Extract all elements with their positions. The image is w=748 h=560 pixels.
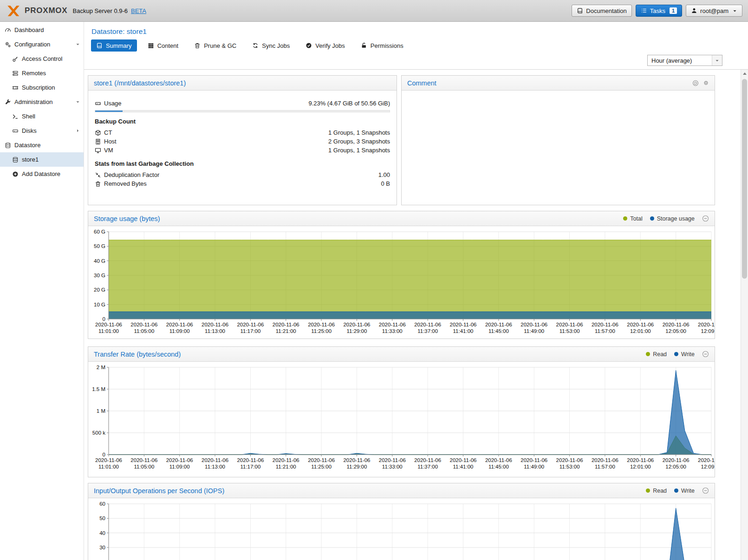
svg-text:2020-11-06: 2020-11-06 (520, 322, 547, 327)
svg-text:11:21:00: 11:21:00 (276, 328, 296, 334)
legend-item-read[interactable]: Read (646, 488, 667, 494)
svg-text:11:41:00: 11:41:00 (453, 328, 474, 334)
sidebar-item-remotes[interactable]: Remotes (0, 66, 84, 80)
svg-text:50: 50 (99, 515, 105, 521)
sidebar-item-shell[interactable]: Shell (0, 109, 84, 124)
tab-permissions[interactable]: Permissions (356, 39, 409, 52)
svg-text:11:45:00: 11:45:00 (488, 328, 509, 334)
svg-text:12:01:00: 12:01:00 (630, 464, 651, 469)
sidebar-item-access-control[interactable]: Access Control (0, 52, 84, 66)
hdd-icon (12, 128, 21, 134)
legend-dot (674, 352, 678, 356)
svg-text:1 M: 1 M (97, 408, 105, 414)
svg-text:11:05:00: 11:05:00 (134, 328, 154, 334)
legend-label: Write (681, 488, 695, 494)
check-circle-icon (306, 42, 312, 49)
storage-usage-chart: 010 G20 G30 G40 G50 G60 G2020-11-0611:01… (88, 226, 715, 339)
documentation-button[interactable]: Documentation (572, 5, 631, 17)
collapse-chart-icon[interactable] (702, 215, 709, 222)
legend-item-storage-usage[interactable]: Storage usage (650, 215, 695, 222)
tab-label: Summary (106, 42, 132, 49)
tab-prune-gc[interactable]: Prune & GC (189, 39, 241, 52)
vertical-scrollbar[interactable] (741, 70, 748, 560)
terminal-icon (12, 113, 21, 120)
svg-text:11:05:00: 11:05:00 (134, 464, 154, 469)
svg-text:2020-11-06: 2020-11-06 (95, 322, 122, 327)
svg-text:12:09:00: 12:09:00 (701, 464, 715, 469)
iops-chart-panel: Input/Output Operations per Second (IOPS… (88, 483, 715, 560)
sidebar-item-label: Add Datastore (22, 170, 60, 177)
collapse-chart-icon[interactable] (702, 487, 709, 494)
chevron-down-icon[interactable] (75, 99, 80, 104)
unlock-icon (361, 42, 367, 49)
caret-down-icon (715, 58, 720, 63)
scroll-up-button[interactable] (741, 70, 748, 77)
sidebar-item-label: Access Control (22, 55, 62, 62)
sidebar-item-datastore[interactable]: Datastore (0, 138, 84, 152)
gear-icon[interactable] (703, 80, 709, 86)
svg-text:2020-11-06: 2020-11-06 (379, 322, 406, 327)
grid-icon (148, 42, 154, 49)
chevron-right-icon[interactable] (75, 128, 80, 133)
vm-row: VM1 Groups, 1 Snapshots (95, 146, 390, 155)
svg-text:2020-11-06: 2020-11-06 (520, 457, 547, 463)
tab-content[interactable]: Content (143, 39, 184, 52)
row-label: VM (104, 147, 113, 154)
sidebar-item-configuration[interactable]: Configuration (0, 37, 84, 52)
desktop-icon (95, 147, 104, 154)
svg-text:11:17:00: 11:17:00 (240, 464, 260, 469)
svg-text:12:09:00: 12:09:00 (701, 328, 715, 334)
scroll-thumb[interactable] (742, 79, 747, 279)
host-row: Host2 Groups, 3 Snapshots (95, 137, 390, 146)
legend-item-read[interactable]: Read (646, 351, 667, 358)
tab-label: Permissions (371, 42, 403, 49)
svg-text:10 G: 10 G (94, 302, 105, 307)
svg-text:12:01:00: 12:01:00 (630, 328, 651, 334)
user-menu-button[interactable]: root@pam (686, 5, 742, 17)
tab-summary[interactable]: Summary (91, 39, 137, 52)
legend-dot (646, 352, 650, 356)
ticket-icon (12, 85, 21, 91)
sidebar-item-administration[interactable]: Administration (0, 95, 84, 109)
legend-item-total[interactable]: Total (623, 215, 642, 222)
svg-text:11:37:00: 11:37:00 (417, 328, 438, 334)
combo-trigger[interactable] (712, 55, 722, 65)
compress-icon (95, 172, 104, 178)
legend-item-write[interactable]: Write (674, 351, 695, 358)
book-icon (577, 7, 583, 14)
timeframe-select[interactable]: Hour (average) (647, 55, 722, 66)
sidebar-item-disks[interactable]: Disks (0, 124, 84, 138)
tab-label: Content (157, 42, 179, 49)
svg-text:2020-11-06: 2020-11-06 (343, 322, 370, 327)
page-title: Datastore: store1 (84, 22, 748, 39)
row-label: Deduplication Factor (104, 171, 159, 178)
sidebar-item-store1[interactable]: store1 (0, 152, 84, 167)
usage-row: Usage 9.23% (4.67 GiB of 50.56 GiB) (95, 99, 390, 108)
chevron-down-icon[interactable] (75, 42, 80, 47)
tab-label: Verify Jobs (315, 42, 345, 49)
legend-dot (646, 488, 650, 493)
refresh-icon[interactable] (692, 80, 699, 86)
sidebar-item-subscription[interactable]: Subscription (0, 80, 84, 95)
comment-body[interactable] (402, 91, 715, 205)
svg-text:2020-11-06: 2020-11-06 (592, 457, 618, 463)
sidebar-item-dashboard[interactable]: Dashboard (0, 23, 84, 37)
svg-text:2020-11-06: 2020-11-06 (485, 457, 512, 463)
svg-text:11:45:00: 11:45:00 (488, 464, 509, 469)
legend-item-write[interactable]: Write (674, 488, 695, 494)
sidebar-item-add-datastore[interactable]: Add Datastore (0, 167, 84, 181)
svg-text:11:25:00: 11:25:00 (311, 328, 332, 334)
chart-toolbar: Hour (average) (84, 52, 748, 70)
building-icon (95, 138, 104, 145)
beta-link[interactable]: BETA (131, 7, 146, 14)
svg-text:12:05:00: 12:05:00 (665, 328, 686, 334)
svg-text:40: 40 (99, 530, 105, 536)
tab-label: Sync Jobs (262, 42, 290, 49)
tasks-button[interactable]: Tasks 1 (636, 5, 682, 17)
tab-verify-jobs[interactable]: Verify Jobs (300, 39, 350, 52)
svg-text:2020-11-06: 2020-11-06 (627, 322, 654, 327)
collapse-chart-icon[interactable] (702, 351, 709, 358)
gc-stats-heading: Stats from last Garbage Collection (95, 160, 390, 167)
chart-title: Storage usage (bytes) (94, 215, 160, 222)
tab-sync-jobs[interactable]: Sync Jobs (247, 39, 295, 52)
